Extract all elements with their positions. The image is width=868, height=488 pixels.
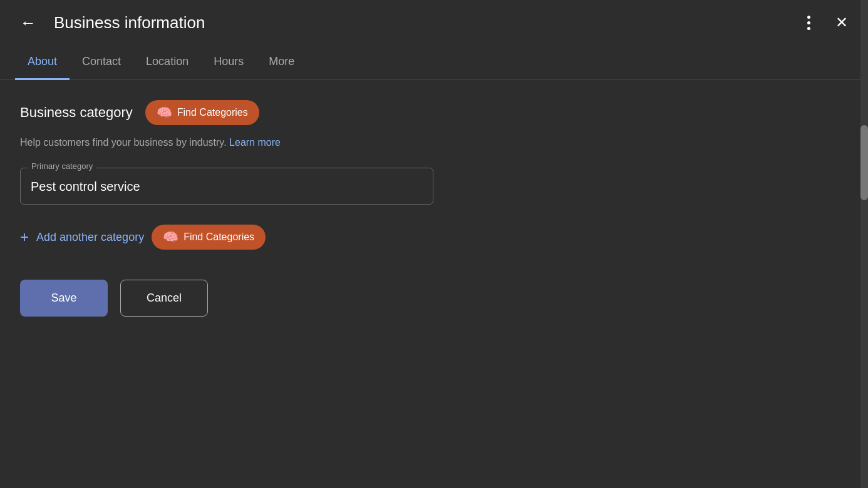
action-buttons: Save Cancel: [20, 280, 848, 317]
add-another-category-link[interactable]: Add another category: [36, 231, 144, 244]
find-categories-label-top: Find Categories: [177, 107, 248, 118]
section-header: Business category 🧠 Find Categories: [20, 100, 848, 125]
primary-category-box: Pest control service: [20, 168, 433, 205]
save-button[interactable]: Save: [20, 280, 108, 317]
primary-category-value: Pest control service: [31, 180, 140, 193]
tab-more[interactable]: More: [256, 45, 307, 80]
primary-category-label: Primary category: [28, 161, 96, 171]
learn-more-link[interactable]: Learn more: [229, 137, 281, 148]
more-options-button[interactable]: [802, 11, 815, 35]
cancel-button[interactable]: Cancel: [120, 280, 208, 317]
brain-icon-bottom: 🧠: [163, 230, 178, 245]
close-button[interactable]: ✕: [830, 9, 853, 36]
section-title: Business category: [20, 104, 133, 121]
find-categories-label-bottom: Find Categories: [183, 231, 254, 243]
find-categories-button-top[interactable]: 🧠 Find Categories: [145, 100, 259, 125]
brain-icon-top: 🧠: [157, 105, 172, 120]
header-right: ✕: [802, 9, 853, 36]
tab-location[interactable]: Location: [133, 45, 201, 80]
vertical-dots-icon: [807, 16, 810, 30]
tab-contact[interactable]: Contact: [70, 45, 133, 80]
header: ← Business information ✕: [0, 0, 868, 45]
scrollbar-thumb: [860, 125, 868, 200]
back-arrow-icon: ←: [20, 13, 36, 33]
page-title: Business information: [54, 13, 205, 33]
plus-icon: +: [20, 228, 29, 246]
add-category-row: + Add another category 🧠 Find Categories: [20, 225, 848, 250]
main-content: Business category 🧠 Find Categories Help…: [0, 80, 868, 337]
tab-about[interactable]: About: [15, 45, 70, 80]
close-icon: ✕: [835, 14, 848, 31]
primary-category-field[interactable]: Primary category Pest control service: [20, 168, 433, 205]
tab-hours[interactable]: Hours: [201, 45, 256, 80]
scrollbar[interactable]: [860, 0, 868, 488]
help-text: Help customers find your business by ind…: [20, 135, 848, 150]
find-categories-button-bottom[interactable]: 🧠 Find Categories: [152, 225, 266, 250]
back-button[interactable]: ←: [15, 8, 41, 38]
header-left: ← Business information: [15, 8, 802, 38]
tabs-bar: About Contact Location Hours More: [0, 45, 868, 80]
